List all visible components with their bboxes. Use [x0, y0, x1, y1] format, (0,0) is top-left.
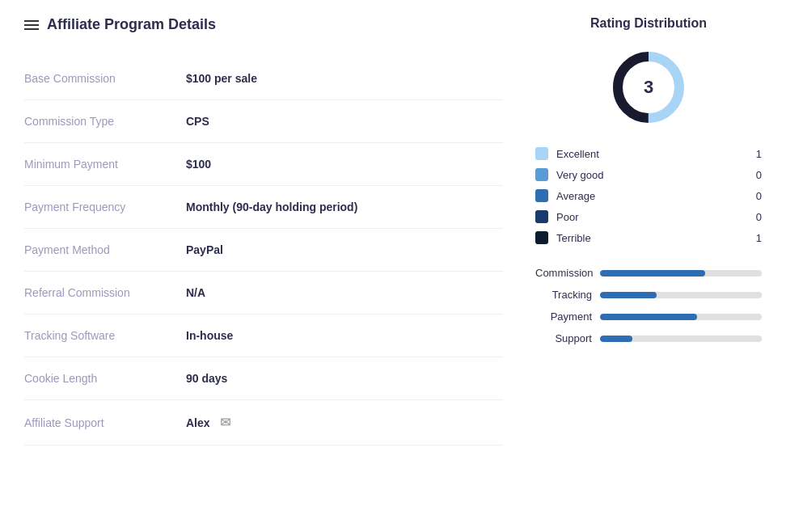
detail-value: Monthly (90-day holding period)	[186, 201, 357, 213]
bar-row: Support	[535, 332, 762, 344]
rating-name: Poor	[556, 211, 756, 223]
detail-row: Referral CommissionN/A	[24, 272, 503, 315]
detail-label: Base Commission	[24, 72, 186, 85]
right-panel: Rating Distribution 3 Excellent1Very goo…	[535, 16, 762, 445]
detail-value: PayPal	[186, 243, 223, 256]
rating-distribution-title: Rating Distribution	[535, 16, 762, 31]
bar-label: Commission	[535, 267, 600, 279]
detail-label: Payment Frequency	[24, 201, 186, 213]
bar-label: Tracking	[535, 289, 600, 301]
donut-chart-container: 3	[535, 47, 762, 128]
rating-color-indicator	[535, 168, 548, 181]
detail-row: Commission TypeCPS	[24, 100, 503, 143]
detail-label: Payment Method	[24, 243, 186, 256]
rating-legend-item: Average0	[535, 189, 762, 202]
detail-value: In-house	[186, 329, 233, 342]
detail-label: Cookie Length	[24, 372, 186, 385]
rating-legend-item: Poor0	[535, 210, 762, 223]
bar-label: Support	[535, 332, 600, 344]
rating-legend-item: Very good0	[535, 168, 762, 181]
detail-label: Commission Type	[24, 115, 186, 128]
bar-track	[600, 270, 762, 277]
detail-row: Tracking SoftwareIn-house	[24, 315, 503, 357]
rating-color-indicator	[535, 231, 548, 244]
rating-name: Average	[556, 190, 756, 202]
page-title: Affiliate Program Details	[47, 16, 216, 33]
menu-icon[interactable]	[24, 20, 39, 30]
detail-row: Cookie Length90 days	[24, 357, 503, 400]
detail-row: Payment MethodPayPal	[24, 229, 503, 272]
rating-count: 0	[756, 190, 762, 202]
bar-row: Tracking	[535, 289, 762, 301]
rating-name: Very good	[556, 169, 756, 181]
bar-fill	[600, 270, 705, 277]
rating-legend-item: Terrible1	[535, 231, 762, 244]
bar-track	[600, 292, 762, 298]
detail-value: N/A	[186, 286, 205, 299]
donut-chart: 3	[608, 47, 689, 128]
rating-name: Excellent	[556, 148, 756, 160]
detail-row: Minimum Payment$100	[24, 143, 503, 186]
detail-label: Referral Commission	[24, 286, 186, 299]
rating-color-indicator	[535, 147, 548, 160]
bar-fill	[600, 314, 697, 320]
left-panel: Affiliate Program Details Base Commissio…	[24, 16, 503, 445]
detail-value: $100	[186, 158, 211, 171]
bar-chart-section: CommissionTrackingPaymentSupport	[535, 267, 762, 344]
rating-legend: Excellent1Very good0Average0Poor0Terribl…	[535, 147, 762, 244]
rating-legend-item: Excellent1	[535, 147, 762, 160]
bar-row: Payment	[535, 310, 762, 323]
bar-track	[600, 336, 762, 342]
page-title-container: Affiliate Program Details	[24, 16, 503, 33]
detail-label: Minimum Payment	[24, 158, 186, 171]
detail-label: Affiliate Support	[24, 416, 186, 429]
rating-count: 1	[756, 232, 762, 244]
bar-fill	[600, 336, 632, 342]
rating-color-indicator	[535, 210, 548, 223]
detail-value: Alex✉	[186, 415, 230, 430]
bar-label: Payment	[535, 310, 600, 323]
rating-name: Terrible	[556, 232, 756, 244]
detail-row: Affiliate SupportAlex✉	[24, 400, 503, 445]
bar-track	[600, 314, 762, 320]
details-list: Base Commission$100 per saleCommission T…	[24, 57, 503, 445]
bar-fill	[600, 292, 657, 298]
detail-value: $100 per sale	[186, 72, 257, 85]
bar-row: Commission	[535, 267, 762, 279]
rating-count: 1	[756, 148, 762, 160]
detail-label: Tracking Software	[24, 329, 186, 342]
rating-count: 0	[756, 211, 762, 223]
rating-color-indicator	[535, 189, 548, 202]
detail-value: CPS	[186, 115, 209, 128]
donut-center-value: 3	[644, 77, 653, 98]
detail-row: Base Commission$100 per sale	[24, 57, 503, 100]
email-icon[interactable]: ✉	[220, 415, 230, 430]
rating-count: 0	[756, 169, 762, 181]
detail-row: Payment FrequencyMonthly (90-day holding…	[24, 186, 503, 229]
detail-value: 90 days	[186, 372, 227, 385]
